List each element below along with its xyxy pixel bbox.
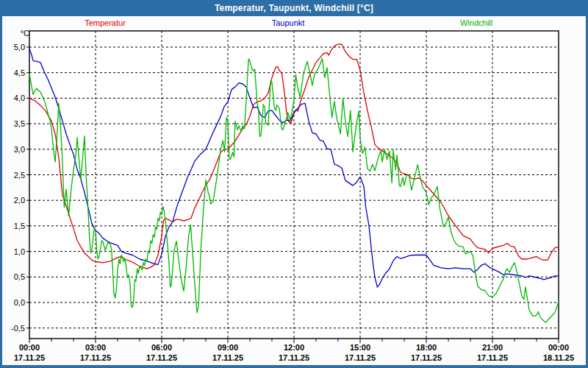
x-axis-date-label: 17.11.25 xyxy=(146,353,177,362)
x-axis-time-label: 06:00 xyxy=(151,343,172,352)
x-axis-time-label: 21:00 xyxy=(482,343,503,352)
x-axis-time-label: 09:00 xyxy=(218,343,238,352)
x-axis-date-label: 17.11.25 xyxy=(345,353,376,362)
legend-windchill: Windchill xyxy=(460,18,492,27)
x-axis-time-label: 00:00 xyxy=(19,343,40,352)
y-axis-tick-label: -0,5 xyxy=(11,324,25,333)
x-axis-date-label: 17.11.25 xyxy=(80,353,111,362)
x-axis-date-label: 18.11.25 xyxy=(543,353,574,362)
x-axis-date-label: 17.11.25 xyxy=(212,353,243,362)
x-axis-time-label: 15:00 xyxy=(350,343,370,352)
chart-window: 5,04,54,03,53,02,52,01,51,00,50,0-0,500:… xyxy=(0,0,588,368)
y-axis-tick-label: 0,5 xyxy=(14,272,25,281)
y-axis-tick-label: 1,5 xyxy=(14,222,25,230)
y-axis-tick-label: 5,0 xyxy=(14,43,25,52)
x-axis-date-label: 17.11.25 xyxy=(14,353,45,362)
y-axis-tick-label: 4,0 xyxy=(14,93,25,102)
x-axis-time-label: 12:00 xyxy=(284,343,304,352)
y-axis-tick-label: 0,0 xyxy=(14,298,25,307)
x-axis-time-label: 03:00 xyxy=(85,343,106,352)
y-axis-tick-label: 2,0 xyxy=(14,196,25,205)
y-axis-tick-label: 3,0 xyxy=(14,145,25,154)
y-axis-tick-label: 2,5 xyxy=(14,171,25,180)
legend-temperatur: Temperatur xyxy=(85,18,126,27)
window-border-left xyxy=(0,16,2,368)
legend-taupunkt: Taupunkt xyxy=(272,18,305,27)
y-axis-tick-label: 1,0 xyxy=(14,247,25,256)
y-axis-unit-label: °C xyxy=(9,29,29,38)
y-axis-tick-label: 4,5 xyxy=(14,68,25,77)
window-titlebar: Temperatur, Taupunkt, Windchill [°C] xyxy=(0,0,588,16)
window-border-bottom xyxy=(0,365,588,368)
x-axis-date-label: 17.11.25 xyxy=(411,353,442,362)
x-axis-date-label: 17.11.25 xyxy=(279,353,309,362)
y-axis-tick-label: 3,5 xyxy=(14,119,25,128)
x-axis-time-label: 18:00 xyxy=(416,343,437,352)
window-title: Temperatur, Taupunkt, Windchill [°C] xyxy=(215,3,373,13)
x-axis-time-label: 00:00 xyxy=(548,343,569,352)
plot-area[interactable]: 5,04,54,03,53,02,52,01,51,00,50,0-0,500:… xyxy=(0,0,588,368)
x-axis-date-label: 17.11.25 xyxy=(477,353,508,362)
